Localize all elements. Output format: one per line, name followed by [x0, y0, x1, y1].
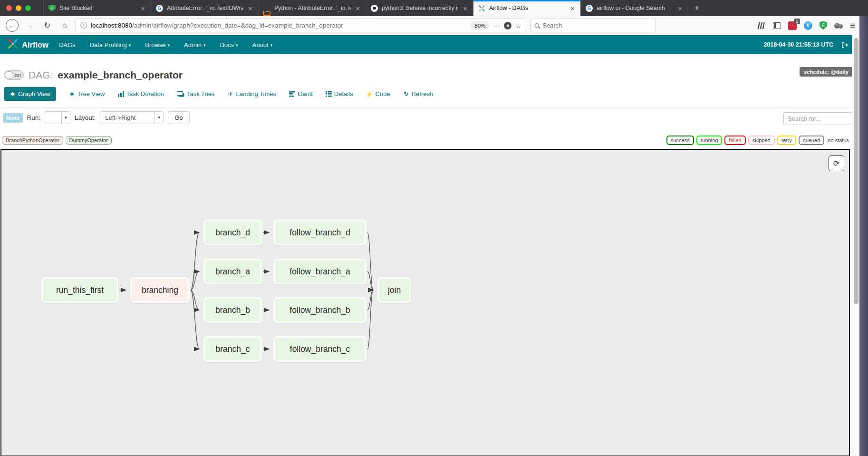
- status-chip-success: success: [666, 136, 694, 145]
- tab-graph-view[interactable]: Graph View: [4, 87, 56, 101]
- dag-node-branch_b[interactable]: branch_b: [203, 297, 262, 323]
- dag-label: DAG:: [29, 69, 53, 81]
- browser-tab-airflow[interactable]: airflow ui - Google Search×: [581, 0, 688, 16]
- graph-refresh-button[interactable]: ⟳: [829, 155, 844, 171]
- page-actions-icon[interactable]: ⋯: [493, 22, 500, 29]
- layout-label: Layout:: [75, 114, 96, 121]
- tab-landing-times[interactable]: Landing Times: [228, 90, 277, 97]
- scrollbar-thumb[interactable]: [854, 38, 858, 304]
- gantt-icon: [289, 91, 295, 97]
- close-tab-icon[interactable]: ×: [677, 4, 683, 12]
- adblock-extension-icon[interactable]: 1: [788, 21, 797, 30]
- dag-edges: [1, 150, 849, 456]
- close-tab-icon[interactable]: ×: [355, 4, 361, 12]
- dag-graph-panel[interactable]: run_this_firstbranchingbranch_dfollow_br…: [0, 149, 850, 456]
- containers-icon[interactable]: [834, 22, 843, 29]
- tab-task-tries[interactable]: Task Tries: [177, 90, 215, 97]
- pocket-icon[interactable]: ∨: [504, 22, 511, 29]
- tab-gantt[interactable]: Gantt: [289, 90, 313, 97]
- scrollbar-track[interactable]: [852, 35, 859, 456]
- screen: Site Blocked×AttributeError: '_io.TextIO…: [0, 0, 868, 456]
- new-tab-button[interactable]: +: [688, 0, 705, 16]
- airflow-page: Off DAG: example_branch_operator schedul…: [0, 54, 860, 456]
- dag-node-branching[interactable]: branching: [130, 277, 190, 303]
- toolbar-extensions: 1 ≡: [758, 20, 855, 31]
- status-legend: successrunningfailedskippedretryqueuedno…: [666, 136, 850, 145]
- browser-tab-attributeerror-[interactable]: AttributeError: '_io.TextIOWrapp×: [151, 0, 259, 16]
- browser-search-input[interactable]: [542, 22, 652, 29]
- site-info-icon[interactable]: ⓘ: [80, 21, 87, 30]
- status-chip-failed: failed: [724, 136, 745, 145]
- browser-tab-site[interactable]: Site Blocked×: [44, 0, 151, 16]
- browser-tab-airflow[interactable]: Airflow - DAGs×: [473, 0, 581, 16]
- zoom-window-button[interactable]: [25, 5, 31, 11]
- caret-down-icon: ▾: [270, 43, 273, 48]
- dag-node-join[interactable]: join: [377, 277, 411, 303]
- dag-node-follow_branch_d[interactable]: follow_branch_d: [273, 220, 366, 245]
- schedule-badge[interactable]: schedule: @daily: [800, 67, 853, 77]
- library-icon[interactable]: [757, 22, 766, 29]
- close-tab-icon[interactable]: ×: [247, 4, 253, 12]
- dag-pause-toggle[interactable]: Off: [4, 70, 24, 80]
- browser-tab-bar: Site Blocked×AttributeError: '_io.TextIO…: [0, 0, 868, 16]
- run-select[interactable]: ▼: [45, 111, 70, 124]
- go-button[interactable]: Go: [168, 111, 189, 124]
- legend-row: BranchPythonOperatorDummyOperator succes…: [2, 136, 850, 145]
- nav-item-about[interactable]: About▾: [252, 41, 273, 49]
- back-button[interactable]: ←: [6, 19, 19, 32]
- home-button[interactable]: ⌂: [58, 19, 71, 32]
- close-tab-icon[interactable]: ×: [140, 4, 146, 12]
- forward-button[interactable]: →: [23, 19, 36, 32]
- dag-node-branch_a[interactable]: branch_a: [203, 259, 262, 284]
- dag-node-branch_d[interactable]: branch_d: [203, 220, 262, 245]
- tab-task-duration[interactable]: Task Duration: [118, 90, 164, 97]
- navbar-right: 2018-04-30 21:55:13 UTC: [763, 41, 854, 49]
- nav-item-docs[interactable]: Docs▾: [220, 41, 238, 49]
- code-icon: [366, 91, 373, 97]
- task-search-input[interactable]: [788, 115, 849, 122]
- blue-extension-icon[interactable]: [804, 21, 812, 30]
- run-controls: None Run: ▼ Layout: Left->Right ▼ Go: [3, 111, 190, 124]
- tab-details[interactable]: Details: [326, 90, 353, 97]
- nav-item-admin[interactable]: Admin▾: [184, 41, 205, 49]
- browser-tab-python3-[interactable]: python3: behave incorrectly mo×: [366, 0, 473, 16]
- url-bar[interactable]: ⓘ localhost:8080/admin/airflow/graph?exe…: [76, 19, 526, 32]
- minimize-window-button[interactable]: [16, 5, 21, 11]
- url-text[interactable]: localhost:8080/admin/airflow/graph?execu…: [91, 22, 466, 29]
- stackoverflow-icon: [263, 11, 270, 16]
- page-zoom-badge[interactable]: 80%: [470, 21, 490, 30]
- logout-icon[interactable]: [841, 41, 848, 49]
- status-chip-running: running: [696, 136, 723, 145]
- close-tab-icon[interactable]: ×: [569, 4, 576, 12]
- tab-code[interactable]: Code: [366, 90, 390, 97]
- dag-node-follow_branch_a[interactable]: follow_branch_a: [273, 259, 366, 284]
- run-state-badge: None: [3, 113, 23, 123]
- task-tries-icon: [177, 91, 183, 96]
- close-tab-icon[interactable]: ×: [462, 4, 468, 12]
- bookmark-star-icon[interactable]: ☆: [515, 22, 521, 29]
- tab-refresh[interactable]: Refresh: [403, 90, 434, 97]
- caret-down-icon: ▾: [129, 43, 131, 48]
- dag-node-follow_branch_c[interactable]: follow_branch_c: [273, 336, 366, 362]
- nav-item-dags[interactable]: DAGs: [59, 41, 76, 49]
- nav-item-data-profiling[interactable]: Data Profiling▾: [90, 41, 131, 49]
- tab-strip: Site Blocked×AttributeError: '_io.TextIO…: [44, 0, 688, 16]
- reload-button[interactable]: ↻: [40, 19, 54, 32]
- sidebar-icon[interactable]: [773, 22, 781, 29]
- airflow-brand[interactable]: Airflow: [7, 38, 48, 52]
- nav-item-browse[interactable]: Browse▾: [145, 41, 170, 49]
- browser-tab-python[interactable]: Python - AttributeError: '_io.Te×: [259, 0, 366, 16]
- tab-tree-view[interactable]: Tree View: [69, 90, 105, 97]
- refresh-icon: [403, 91, 409, 97]
- google-icon: [586, 5, 593, 12]
- dag-node-branch_c[interactable]: branch_c: [203, 336, 262, 362]
- landing-times-icon: [228, 90, 234, 97]
- browser-search-box[interactable]: [530, 19, 656, 32]
- task-search-box[interactable]: [783, 112, 853, 125]
- close-window-button[interactable]: [6, 5, 12, 11]
- layout-select[interactable]: Left->Right ▼: [100, 111, 164, 124]
- shield-extension-icon[interactable]: [820, 21, 827, 30]
- menu-hamburger-icon[interactable]: ≡: [850, 20, 855, 31]
- dag-node-run_this_first[interactable]: run_this_first: [41, 277, 118, 303]
- dag-node-follow_branch_b[interactable]: follow_branch_b: [273, 297, 366, 323]
